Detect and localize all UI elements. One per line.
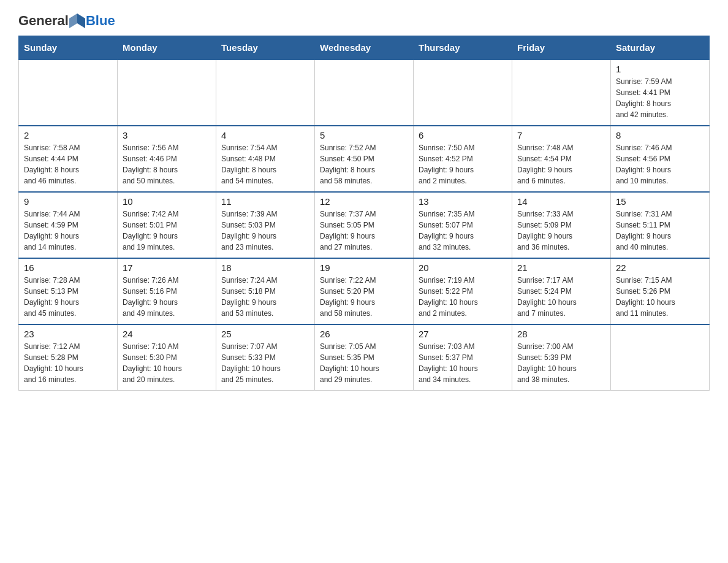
day-info: Sunrise: 7:00 AMSunset: 5:39 PMDaylight:… (517, 341, 605, 385)
day-number: 16 (24, 262, 112, 273)
day-number: 20 (419, 262, 507, 273)
day-info: Sunrise: 7:54 AMSunset: 4:48 PMDaylight:… (221, 142, 309, 186)
calendar-cell: 5Sunrise: 7:52 AMSunset: 4:50 PMDaylight… (315, 126, 414, 192)
day-info: Sunrise: 7:37 AMSunset: 5:05 PMDaylight:… (320, 209, 408, 253)
calendar-week-row: 9Sunrise: 7:44 AMSunset: 4:59 PMDaylight… (19, 192, 710, 258)
day-info: Sunrise: 7:52 AMSunset: 4:50 PMDaylight:… (320, 142, 408, 186)
day-info: Sunrise: 7:39 AMSunset: 5:03 PMDaylight:… (221, 209, 309, 253)
calendar-week-row: 23Sunrise: 7:12 AMSunset: 5:28 PMDayligh… (19, 324, 710, 391)
day-info: Sunrise: 7:46 AMSunset: 4:56 PMDaylight:… (616, 142, 704, 186)
day-info: Sunrise: 7:58 AMSunset: 4:44 PMDaylight:… (24, 142, 112, 186)
calendar-cell: 16Sunrise: 7:28 AMSunset: 5:13 PMDayligh… (19, 258, 118, 324)
weekday-header-wednesday: Wednesday (315, 36, 414, 60)
page-header: General Blue (18, 12, 710, 29)
weekday-header-sunday: Sunday (19, 36, 118, 60)
day-number: 9 (24, 196, 112, 207)
calendar-week-row: 1Sunrise: 7:59 AMSunset: 4:41 PMDaylight… (19, 59, 710, 126)
day-number: 24 (123, 329, 211, 339)
calendar-cell: 21Sunrise: 7:17 AMSunset: 5:24 PMDayligh… (512, 258, 611, 324)
logo: General Blue (18, 12, 115, 29)
calendar-cell: 19Sunrise: 7:22 AMSunset: 5:20 PMDayligh… (315, 258, 414, 324)
day-number: 1 (616, 64, 704, 74)
day-number: 28 (517, 329, 605, 339)
calendar-cell (512, 59, 611, 126)
day-number: 25 (221, 329, 309, 339)
logo-text-general: General (18, 13, 69, 29)
day-info: Sunrise: 7:15 AMSunset: 5:26 PMDaylight:… (616, 275, 704, 319)
weekday-header-friday: Friday (512, 36, 611, 60)
calendar-cell: 22Sunrise: 7:15 AMSunset: 5:26 PMDayligh… (611, 258, 710, 324)
calendar-cell: 6Sunrise: 7:50 AMSunset: 4:52 PMDaylight… (414, 126, 512, 192)
day-info: Sunrise: 7:10 AMSunset: 5:30 PMDaylight:… (123, 341, 211, 385)
calendar-cell: 14Sunrise: 7:33 AMSunset: 5:09 PMDayligh… (512, 192, 611, 258)
day-number: 18 (221, 262, 309, 273)
calendar-cell: 8Sunrise: 7:46 AMSunset: 4:56 PMDaylight… (611, 126, 710, 192)
day-info: Sunrise: 7:48 AMSunset: 4:54 PMDaylight:… (517, 142, 605, 186)
calendar-cell: 7Sunrise: 7:48 AMSunset: 4:54 PMDaylight… (512, 126, 611, 192)
svg-marker-1 (69, 13, 77, 28)
calendar-cell: 24Sunrise: 7:10 AMSunset: 5:30 PMDayligh… (118, 324, 216, 391)
svg-marker-0 (77, 13, 85, 28)
weekday-header-thursday: Thursday (414, 36, 512, 60)
calendar-cell: 4Sunrise: 7:54 AMSunset: 4:48 PMDaylight… (216, 126, 315, 192)
day-info: Sunrise: 7:28 AMSunset: 5:13 PMDaylight:… (24, 275, 112, 319)
day-number: 17 (123, 262, 211, 273)
calendar-table: SundayMondayTuesdayWednesdayThursdayFrid… (18, 36, 710, 391)
calendar-week-row: 16Sunrise: 7:28 AMSunset: 5:13 PMDayligh… (19, 258, 710, 324)
calendar-cell: 12Sunrise: 7:37 AMSunset: 5:05 PMDayligh… (315, 192, 414, 258)
weekday-header-row: SundayMondayTuesdayWednesdayThursdayFrid… (19, 36, 710, 60)
calendar-cell: 1Sunrise: 7:59 AMSunset: 4:41 PMDaylight… (611, 59, 710, 126)
day-info: Sunrise: 7:56 AMSunset: 4:46 PMDaylight:… (123, 142, 211, 186)
calendar-cell: 25Sunrise: 7:07 AMSunset: 5:33 PMDayligh… (216, 324, 315, 391)
day-number: 12 (320, 196, 408, 207)
day-info: Sunrise: 7:19 AMSunset: 5:22 PMDaylight:… (419, 275, 507, 319)
day-info: Sunrise: 7:59 AMSunset: 4:41 PMDaylight:… (616, 76, 704, 120)
calendar-cell: 18Sunrise: 7:24 AMSunset: 5:18 PMDayligh… (216, 258, 315, 324)
calendar-cell: 11Sunrise: 7:39 AMSunset: 5:03 PMDayligh… (216, 192, 315, 258)
calendar-cell: 10Sunrise: 7:42 AMSunset: 5:01 PMDayligh… (118, 192, 216, 258)
day-info: Sunrise: 7:35 AMSunset: 5:07 PMDaylight:… (419, 209, 507, 253)
weekday-header-saturday: Saturday (611, 36, 710, 60)
calendar-cell: 28Sunrise: 7:00 AMSunset: 5:39 PMDayligh… (512, 324, 611, 391)
day-number: 21 (517, 262, 605, 273)
day-info: Sunrise: 7:26 AMSunset: 5:16 PMDaylight:… (123, 275, 211, 319)
day-info: Sunrise: 7:03 AMSunset: 5:37 PMDaylight:… (419, 341, 507, 385)
day-info: Sunrise: 7:17 AMSunset: 5:24 PMDaylight:… (517, 275, 605, 319)
calendar-cell: 15Sunrise: 7:31 AMSunset: 5:11 PMDayligh… (611, 192, 710, 258)
day-info: Sunrise: 7:24 AMSunset: 5:18 PMDaylight:… (221, 275, 309, 319)
day-info: Sunrise: 7:44 AMSunset: 4:59 PMDaylight:… (24, 209, 112, 253)
calendar-cell: 3Sunrise: 7:56 AMSunset: 4:46 PMDaylight… (118, 126, 216, 192)
day-info: Sunrise: 7:50 AMSunset: 4:52 PMDaylight:… (419, 142, 507, 186)
calendar-week-row: 2Sunrise: 7:58 AMSunset: 4:44 PMDaylight… (19, 126, 710, 192)
day-number: 15 (616, 196, 704, 207)
day-number: 22 (616, 262, 704, 273)
calendar-cell (414, 59, 512, 126)
day-number: 19 (320, 262, 408, 273)
calendar-cell (19, 59, 118, 126)
logo-text-blue: Blue (86, 13, 115, 29)
calendar-cell: 23Sunrise: 7:12 AMSunset: 5:28 PMDayligh… (19, 324, 118, 391)
day-number: 8 (616, 130, 704, 140)
day-number: 6 (419, 130, 507, 140)
calendar-cell: 27Sunrise: 7:03 AMSunset: 5:37 PMDayligh… (414, 324, 512, 391)
calendar-cell (216, 59, 315, 126)
logo-flag-icon (69, 12, 85, 29)
day-number: 2 (24, 130, 112, 140)
calendar-cell: 20Sunrise: 7:19 AMSunset: 5:22 PMDayligh… (414, 258, 512, 324)
calendar-cell (118, 59, 216, 126)
calendar-cell: 9Sunrise: 7:44 AMSunset: 4:59 PMDaylight… (19, 192, 118, 258)
day-number: 26 (320, 329, 408, 339)
day-number: 23 (24, 329, 112, 339)
day-info: Sunrise: 7:07 AMSunset: 5:33 PMDaylight:… (221, 341, 309, 385)
day-info: Sunrise: 7:31 AMSunset: 5:11 PMDaylight:… (616, 209, 704, 253)
day-number: 14 (517, 196, 605, 207)
day-info: Sunrise: 7:22 AMSunset: 5:20 PMDaylight:… (320, 275, 408, 319)
day-number: 10 (123, 196, 211, 207)
day-info: Sunrise: 7:12 AMSunset: 5:28 PMDaylight:… (24, 341, 112, 385)
day-number: 27 (419, 329, 507, 339)
day-info: Sunrise: 7:33 AMSunset: 5:09 PMDaylight:… (517, 209, 605, 253)
day-number: 3 (123, 130, 211, 140)
calendar-cell: 17Sunrise: 7:26 AMSunset: 5:16 PMDayligh… (118, 258, 216, 324)
day-number: 13 (419, 196, 507, 207)
calendar-cell: 13Sunrise: 7:35 AMSunset: 5:07 PMDayligh… (414, 192, 512, 258)
